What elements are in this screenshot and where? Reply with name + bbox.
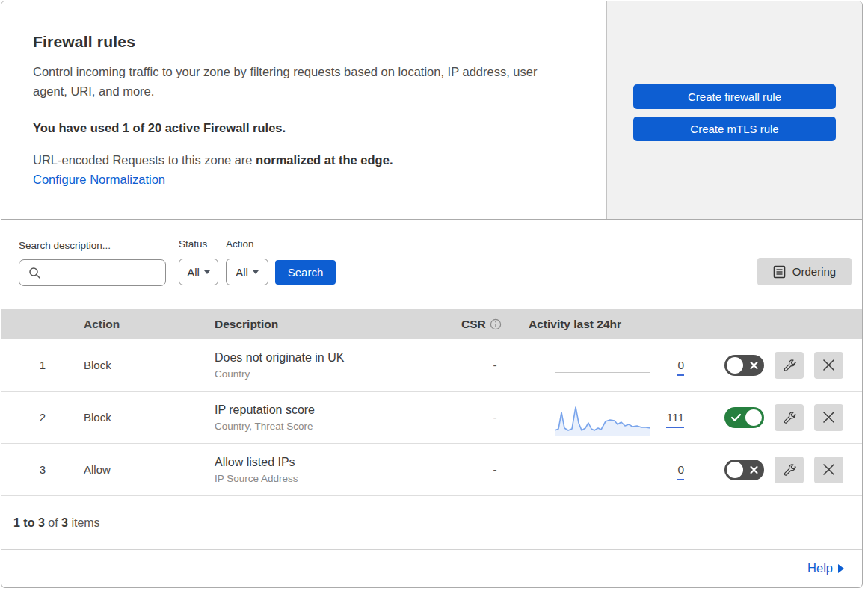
- toggle-knob: [727, 462, 743, 478]
- edit-rule-button[interactable]: [775, 457, 804, 483]
- activity-cell: 111: [529, 401, 712, 434]
- create-mtls-rule-button[interactable]: Create mTLS rule: [633, 117, 836, 141]
- description-cell: Does not originate in UK Country: [215, 350, 461, 380]
- activity-count-link[interactable]: 111: [666, 411, 684, 428]
- ordering-button-label: Ordering: [792, 265, 836, 278]
- chevron-down-icon: [204, 270, 210, 274]
- filter-bar: Search description... Status All Action …: [1, 220, 862, 309]
- activity-cell: 0: [529, 349, 712, 382]
- header-action: Action: [84, 318, 215, 331]
- search-box[interactable]: [19, 259, 166, 286]
- page-title: Firewall rules: [33, 33, 575, 51]
- csr-cell: -: [461, 463, 529, 476]
- items-text: items: [68, 516, 100, 529]
- row-number: 2: [1, 411, 84, 424]
- header-description: Description: [215, 318, 461, 331]
- edit-rule-button[interactable]: [775, 352, 804, 379]
- header-csr: CSR: [461, 318, 529, 331]
- description-cell: IP reputation score Country, Threat Scor…: [215, 403, 461, 432]
- x-icon: [750, 465, 758, 474]
- controls-cell: [712, 457, 862, 483]
- ordering-button[interactable]: Ordering: [757, 258, 852, 285]
- close-icon: [822, 359, 835, 371]
- rule-fields: Country, Threat Score: [215, 421, 461, 432]
- firewall-rules-page: Firewall rules Control incoming traffic …: [1, 1, 863, 588]
- close-icon: [822, 463, 835, 476]
- delete-rule-button[interactable]: [814, 457, 843, 483]
- action-dropdown[interactable]: All: [226, 259, 268, 285]
- rule-description: IP reputation score: [215, 403, 461, 418]
- search-label: Search description...: [19, 240, 111, 251]
- controls-cell: [712, 404, 862, 431]
- ordering-list-icon: [773, 265, 786, 279]
- help-footer: Help: [1, 550, 862, 587]
- x-icon: [750, 361, 758, 369]
- activity-count-link[interactable]: 0: [677, 359, 684, 376]
- create-firewall-rule-button[interactable]: Create firewall rule: [633, 84, 836, 109]
- description-cell: Allow listed IPs IP Source Address: [215, 455, 461, 484]
- status-filter-label: Status: [179, 238, 207, 250]
- search-icon: [28, 267, 41, 279]
- normalization-bold-text: normalized at the edge.: [256, 153, 393, 167]
- search-button[interactable]: Search: [275, 260, 336, 285]
- header-csr-label: CSR: [461, 318, 486, 331]
- action-cell: Block: [84, 359, 215, 371]
- range-text: 1 to 3: [13, 516, 45, 529]
- activity-sparkline-empty: [555, 454, 650, 486]
- csr-cell: -: [461, 359, 529, 371]
- rule-description: Does not originate in UK: [215, 350, 461, 366]
- help-label: Help: [807, 561, 833, 575]
- rules-table: Action Description CSR Activity last 24h…: [1, 309, 862, 496]
- page-description: Control incoming traffic to your zone by…: [33, 63, 571, 101]
- hero-section: Firewall rules Control incoming traffic …: [1, 1, 862, 220]
- wrench-icon: [782, 462, 797, 477]
- row-number: 3: [1, 463, 84, 476]
- toggle-knob: [727, 357, 743, 374]
- action-cell: Block: [84, 411, 215, 424]
- caret-right-icon: [838, 564, 844, 573]
- hero-text-panel: Firewall rules Control incoming traffic …: [1, 1, 607, 219]
- row-number: 1: [1, 359, 84, 371]
- normalization-note: URL-encoded Requests to this zone are no…: [33, 153, 575, 167]
- table-row: 2 Block IP reputation score Country, Thr…: [1, 392, 862, 444]
- delete-rule-button[interactable]: [814, 352, 843, 379]
- total-text: 3: [61, 516, 68, 529]
- normalization-text: URL-encoded Requests to this zone are: [33, 153, 256, 167]
- activity-sparkline-empty: [555, 349, 650, 382]
- help-link[interactable]: Help: [807, 561, 844, 575]
- actions-panel: Create firewall rule Create mTLS rule: [607, 1, 862, 219]
- toggle-knob: [745, 409, 762, 426]
- pagination-summary: 1 to 3 of 3 items: [1, 496, 862, 550]
- of-text: of: [45, 516, 61, 529]
- table-header-row: Action Description CSR Activity last 24h…: [1, 309, 862, 339]
- action-filter-label: Action: [226, 238, 254, 250]
- search-input[interactable]: [46, 259, 165, 286]
- rule-fields: Country: [215, 368, 461, 380]
- wrench-icon: [782, 410, 797, 425]
- info-icon[interactable]: [490, 318, 502, 330]
- activity-count-link[interactable]: 0: [677, 463, 684, 480]
- edit-rule-button[interactable]: [775, 404, 804, 431]
- activity-sparkline: [555, 401, 650, 434]
- action-dropdown-value: All: [236, 266, 248, 279]
- rule-description: Allow listed IPs: [215, 455, 461, 471]
- rule-enabled-toggle[interactable]: [724, 460, 764, 480]
- table-row: 1 Block Does not originate in UK Country…: [1, 339, 862, 392]
- action-cell: Allow: [84, 463, 215, 476]
- close-icon: [822, 411, 835, 424]
- wrench-icon: [782, 358, 797, 373]
- controls-cell: [712, 352, 862, 379]
- usage-summary: You have used 1 of 20 active Firewall ru…: [33, 121, 575, 135]
- activity-cell: 0: [529, 454, 712, 486]
- configure-normalization-link[interactable]: Configure Normalization: [33, 173, 165, 187]
- rule-fields: IP Source Address: [215, 473, 461, 484]
- rule-enabled-toggle[interactable]: [724, 355, 764, 376]
- check-icon: [731, 413, 741, 421]
- chevron-down-icon: [253, 270, 259, 274]
- status-dropdown-value: All: [187, 266, 200, 279]
- table-row: 3 Allow Allow listed IPs IP Source Addre…: [1, 444, 862, 496]
- delete-rule-button[interactable]: [814, 404, 843, 431]
- header-activity: Activity last 24hr: [529, 318, 712, 331]
- rule-enabled-toggle[interactable]: [724, 407, 764, 428]
- status-dropdown[interactable]: All: [179, 259, 218, 285]
